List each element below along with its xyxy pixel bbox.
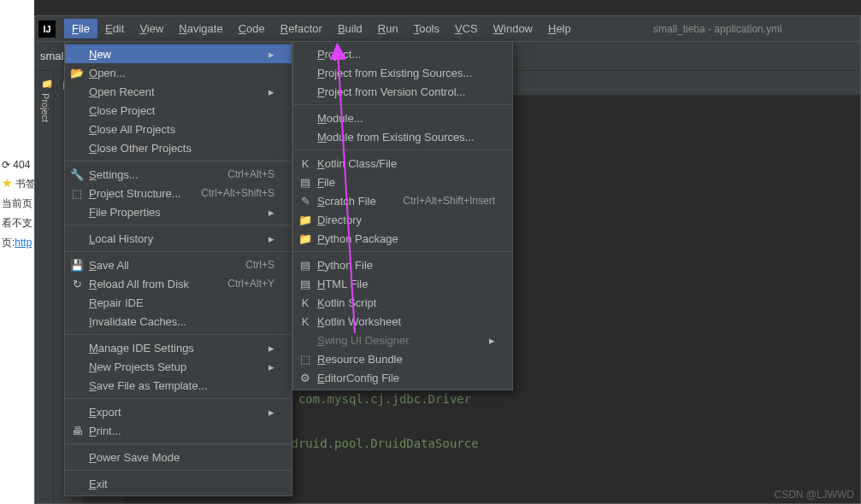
menu-item-close-project[interactable]: Close Project [65, 101, 292, 120]
project-stripe-label[interactable]: 📁 Project [40, 79, 50, 122]
menu-item-html-file[interactable]: ▤HTML File [293, 274, 512, 293]
menubar: IJ FileEditViewNavigateCodeRefactorBuild… [35, 16, 860, 42]
window-title: small_tieba - application.yml [579, 23, 857, 35]
menu-item-python-file[interactable]: ▤Python File [293, 255, 512, 274]
menu-item-project-structure[interactable]: ⬚Project Structure...Ctrl+Alt+Shift+S [65, 184, 292, 202]
menu-item-kotlin-class-file[interactable]: KKotlin Class/File [293, 154, 512, 173]
menu-item-swing-ui-designer: Swing UI Designer▸ [293, 331, 512, 349]
menu-window[interactable]: Window [486, 19, 540, 38]
menu-tools[interactable]: Tools [406, 19, 447, 38]
menu-build[interactable]: Build [330, 19, 370, 38]
menu-item-icon: K [298, 157, 312, 170]
menu-item-file-properties[interactable]: File Properties▸ [65, 202, 292, 221]
menu-item-save-file-as-template[interactable]: Save File as Template... [65, 376, 292, 395]
menu-item-icon: ↻ [70, 278, 84, 290]
menu-item-module[interactable]: Module... [293, 108, 512, 127]
menu-item-project-from-version-control[interactable]: Project from Version Control... [293, 82, 512, 101]
spinner-row: ⟳ 404 [2, 159, 32, 171]
menu-item-file[interactable]: ▤File [293, 173, 512, 191]
menu-item-close-all-projects[interactable]: Close All Projects [65, 120, 292, 138]
menu-item-icon: 🖶 [70, 425, 84, 437]
text-row: 当前页 [2, 196, 32, 211]
menu-navigate[interactable]: Navigate [171, 19, 230, 38]
menu-refactor[interactable]: Refactor [273, 19, 330, 38]
menu-item-icon: 📁 [298, 232, 312, 245]
menu-item-close-other-projects[interactable]: Close Other Projects [65, 138, 292, 157]
file-menu: New▸📂Open...Open Recent▸Close ProjectClo… [64, 41, 292, 496]
menu-item-icon: ▤ [298, 278, 312, 290]
menu-item-save-all[interactable]: 💾Save AllCtrl+S [65, 255, 292, 274]
watermark: CSDN @LJWWD [774, 489, 854, 501]
menu-file[interactable]: File [64, 19, 97, 38]
menu-item-project[interactable]: Project... [293, 44, 512, 63]
menu-run[interactable]: Run [370, 19, 406, 38]
menu-item-icon: ⬚ [70, 187, 84, 200]
menu-item-icon: 💾 [70, 259, 84, 272]
menu-edit[interactable]: Edit [97, 19, 132, 38]
menu-view[interactable]: View [132, 19, 171, 38]
menu-item-project-from-existing-sources[interactable]: Project from Existing Sources... [293, 63, 512, 82]
menu-vcs[interactable]: VCS [447, 19, 486, 38]
menu-item-kotlin-worksheet[interactable]: KKotlin Worksheet [293, 312, 512, 331]
menu-item-manage-ide-settings[interactable]: Manage IDE Settings▸ [65, 338, 292, 357]
bookmark-row: ★ 书签 [2, 176, 32, 191]
menu-item-icon: ✎ [298, 195, 312, 208]
menu-item-module-from-existing-sources[interactable]: Module from Existing Sources... [293, 127, 512, 146]
menu-item-invalidate-caches[interactable]: Invalidate Caches... [65, 312, 292, 331]
menu-code[interactable]: Code [231, 19, 273, 38]
menu-item-icon: ⬚ [298, 353, 312, 366]
external-left-edge: ⟳ 404 ★ 书签 当前页 看不支 页:http [0, 0, 34, 504]
menu-item-exit[interactable]: Exit [65, 474, 292, 493]
menu-item-directory[interactable]: 📁Directory [293, 210, 512, 229]
menu-item-icon: 📂 [70, 67, 84, 79]
menu-item-power-save-mode[interactable]: Power Save Mode [65, 448, 292, 466]
breadcrumb: smal [40, 50, 63, 62]
menu-item-open-recent[interactable]: Open Recent▸ [65, 82, 292, 101]
menu-item-local-history[interactable]: Local History▸ [65, 229, 292, 248]
menu-item-icon: K [298, 296, 312, 309]
menu-item-icon: 📁 [298, 214, 312, 226]
menu-item-export[interactable]: Export▸ [65, 402, 292, 421]
menu-item-icon: ▤ [298, 176, 312, 189]
menu-item-new-projects-setup[interactable]: New Projects Setup▸ [65, 357, 292, 376]
menu-item-kotlin-script[interactable]: KKotlin Script [293, 293, 512, 312]
app-icon: IJ [38, 21, 56, 38]
menu-item-icon: K [298, 315, 312, 328]
menu-item-settings[interactable]: 🔧Settings...Ctrl+Alt+S [65, 165, 292, 184]
menu-item-icon: ▤ [298, 259, 312, 272]
menu-item-new[interactable]: New▸ [65, 44, 292, 63]
menu-item-icon: 🔧 [70, 168, 84, 181]
menu-item-resource-bundle[interactable]: ⬚Resource Bundle [293, 349, 512, 368]
new-submenu: Project...Project from Existing Sources.… [292, 41, 513, 390]
menu-item-icon: ⚙ [298, 372, 312, 384]
menu-item-scratch-file[interactable]: ✎Scratch FileCtrl+Alt+Shift+Insert [293, 191, 512, 210]
text-row: 页:http [2, 236, 32, 250]
menu-item-editorconfig-file[interactable]: ⚙EditorConfig File [293, 368, 512, 387]
text-row: 看不支 [2, 216, 32, 231]
menu-item-repair-ide[interactable]: Repair IDE [65, 293, 292, 312]
tool-window-stripe[interactable]: 📁 Project [35, 71, 54, 503]
menu-item-open[interactable]: 📂Open... [65, 63, 292, 82]
menu-item-reload-all-from-disk[interactable]: ↻Reload All from DiskCtrl+Alt+Y [65, 274, 292, 293]
menu-help[interactable]: Help [540, 19, 579, 38]
menu-item-python-package[interactable]: 📁Python Package [293, 229, 512, 248]
menu-item-print[interactable]: 🖶Print... [65, 421, 292, 440]
